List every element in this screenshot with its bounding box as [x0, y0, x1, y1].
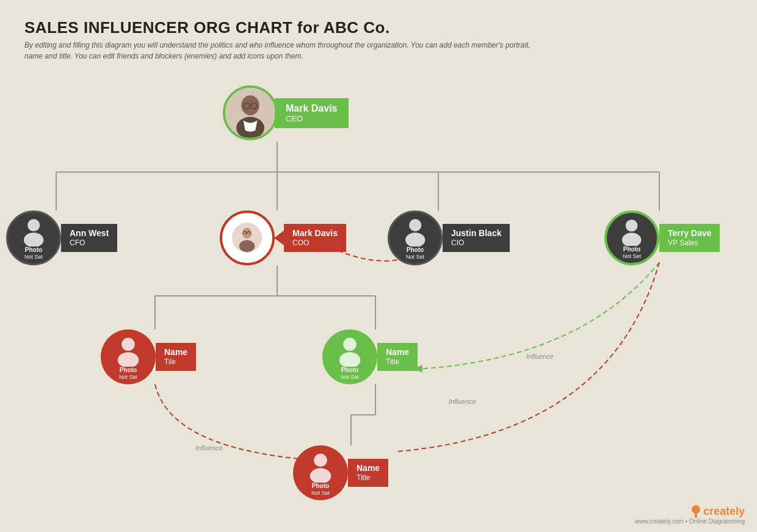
svg-point-20	[24, 233, 43, 246]
influence-label-3: Influence	[195, 444, 223, 451]
svg-point-28	[405, 233, 425, 246]
node-mark-coo: Mark Davis COO	[220, 210, 346, 265]
l2-left-circle: Photo Not Set	[101, 329, 156, 384]
l3-role: Title	[357, 473, 370, 483]
l2-left-label: Name Tile	[156, 343, 196, 371]
l2-right-role: Title	[386, 358, 399, 367]
ceo-label: Mark Davis CEO	[275, 98, 349, 128]
l3-photo: Photo Not Set	[293, 445, 348, 500]
svg-point-23	[239, 240, 255, 253]
terry-photo-label: Photo	[623, 246, 640, 253]
node-terry: Photo Not Set Terry Dave VP Sales	[604, 210, 720, 265]
ceo-name: Mark Davis	[286, 103, 338, 114]
l2-left-photo: Photo Not Set	[101, 329, 156, 384]
svg-point-34	[339, 352, 361, 367]
l3-circle: Photo Not Set	[293, 445, 348, 500]
terry-role: VP Sales	[668, 239, 698, 248]
justin-photo-label: Photo	[407, 246, 424, 254]
justin-role: CIO	[451, 239, 464, 248]
svg-point-30	[622, 233, 641, 246]
mark-coo-circle	[220, 210, 275, 265]
terry-name: Terry Dave	[668, 228, 711, 239]
creately-brand: creately	[703, 505, 745, 518]
justin-circle: Photo Not Set	[388, 210, 443, 265]
mark-coo-name: Mark Davis	[292, 228, 338, 239]
ann-name: Ann West	[70, 228, 109, 239]
page-title: SALES INFLUENCER ORG CHART for ABC Co.	[24, 18, 733, 37]
terry-not-set: Not Set	[623, 253, 641, 260]
creately-icon	[691, 505, 701, 518]
l2-right-label: Name Title	[377, 343, 418, 371]
ceo-photo	[225, 88, 275, 138]
ann-photo-label: Photo	[25, 246, 42, 254]
l2-right-photo: Photo Not Set	[322, 329, 377, 384]
node-l2-right: Photo Not Set Name Title	[322, 329, 418, 384]
footer: creately www.creately.com • Online Diagr…	[635, 505, 745, 525]
l2-left-name: Name	[164, 347, 187, 358]
terry-photo: Photo Not Set	[607, 213, 657, 263]
ann-label: Ann West CFO	[61, 224, 117, 252]
ann-photo: Photo Not Set	[8, 212, 59, 264]
mark-coo-role: COO	[292, 239, 309, 248]
chart-area: Mark Davis CEO Photo Not Set Ann West CF…	[0, 67, 757, 532]
ceo-circle	[223, 85, 278, 140]
svg-point-32	[118, 352, 139, 367]
node-l2-left: Photo Not Set Name Tile	[101, 329, 196, 384]
svg-point-33	[343, 337, 357, 351]
node-ann-west: Photo Not Set Ann West CFO	[6, 210, 117, 265]
influence-label-1: Influence	[526, 353, 554, 360]
page-subtitle: By editing and filling this diagram you …	[24, 40, 549, 62]
svg-point-35	[314, 453, 327, 467]
coo-arrow	[274, 231, 284, 245]
ann-circle: Photo Not Set	[6, 210, 61, 265]
ceo-node: Mark Davis CEO	[223, 85, 349, 140]
justin-photo: Photo Not Set	[389, 212, 441, 264]
l3-photo-label: Photo	[312, 483, 329, 490]
justin-label: Justin Black CIO	[443, 224, 510, 252]
l3-label: Name Title	[348, 459, 388, 487]
terry-label: Terry Dave VP Sales	[659, 224, 720, 252]
svg-point-31	[121, 337, 135, 351]
l2-left-not-set: Not Set	[119, 374, 137, 381]
ann-role: CFO	[70, 239, 85, 248]
l2-right-not-set: Not Set	[341, 374, 359, 381]
node-l3: Photo Not Set Name Title	[293, 445, 388, 500]
l2-right-name: Name	[386, 347, 409, 358]
influence-label-2: Influence	[449, 398, 476, 405]
l2-left-photo-label: Photo	[120, 367, 137, 374]
l2-right-circle: Photo Not Set	[322, 329, 377, 384]
svg-point-27	[409, 219, 421, 231]
header: SALES INFLUENCER ORG CHART for ABC Co. B…	[24, 18, 733, 62]
svg-point-37	[692, 505, 700, 514]
svg-point-29	[626, 220, 638, 232]
l2-left-role: Tile	[164, 358, 176, 367]
l3-not-set: Not Set	[311, 490, 330, 497]
ann-not-set: Not Set	[24, 254, 43, 261]
svg-point-19	[27, 219, 40, 231]
svg-rect-38	[695, 513, 697, 518]
l2-right-photo-label: Photo	[341, 367, 358, 374]
justin-not-set: Not Set	[406, 254, 424, 261]
svg-point-36	[310, 468, 331, 483]
ceo-role: CEO	[286, 114, 338, 123]
l3-name: Name	[357, 462, 380, 473]
node-justin: Photo Not Set Justin Black CIO	[388, 210, 510, 265]
creately-url: www.creately.com • Online Diagramming	[635, 518, 745, 525]
mark-coo-label: Mark Davis COO	[284, 224, 346, 252]
justin-name: Justin Black	[451, 228, 501, 239]
terry-circle: Photo Not Set	[604, 210, 659, 265]
